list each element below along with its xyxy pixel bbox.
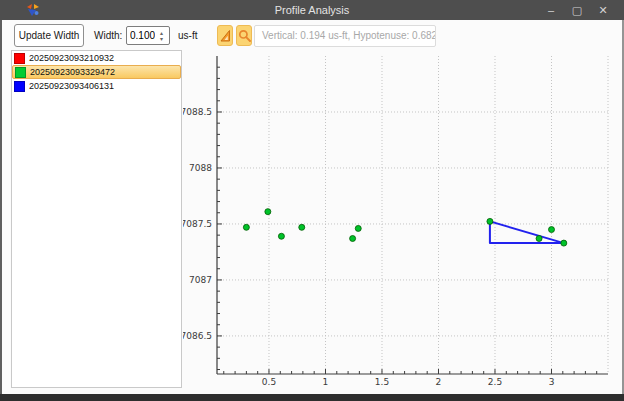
svg-text:7086.5: 7086.5 <box>183 331 212 341</box>
measure-tool-button[interactable] <box>217 25 233 46</box>
width-input[interactable] <box>127 27 155 44</box>
window-title: Profile Analysis <box>0 4 624 16</box>
series-color-swatch <box>14 81 25 92</box>
svg-text:2: 2 <box>436 377 442 387</box>
window-controls: – ▢ ✕ <box>538 0 616 20</box>
chart-area: 0.511.522.537086.570877087.570887088.5 <box>183 50 621 390</box>
svg-text:1.5: 1.5 <box>375 377 389 387</box>
window-frame-left <box>0 20 2 394</box>
profile-label: 20250923093406131 <box>29 81 114 91</box>
minimize-button[interactable]: – <box>538 0 564 20</box>
svg-text:0.5: 0.5 <box>262 377 276 387</box>
zoom-tool-button[interactable] <box>236 25 252 46</box>
spinner-arrows: ▴ ▾ <box>155 27 168 44</box>
update-width-button[interactable]: Update Width <box>14 24 84 47</box>
magnifier-icon <box>238 29 251 42</box>
profile-list-item[interactable]: 20250923093329472 <box>12 65 181 79</box>
profile-list-item[interactable]: 20250923093406131 <box>12 79 181 93</box>
profile-list-item[interactable]: 20250923093210932 <box>12 51 181 65</box>
triangle-ruler-icon <box>219 29 231 42</box>
svg-text:7088: 7088 <box>189 163 212 173</box>
spinner-down-icon[interactable]: ▾ <box>160 36 163 42</box>
svg-text:7088.5: 7088.5 <box>183 107 212 117</box>
window-frame-bottom <box>0 394 624 401</box>
toolbar: Update Width Width: ▴ ▾ us-ft Vertical: … <box>2 20 622 52</box>
measurement-readout: Vertical: 0.194 us-ft, Hypotenuse: 0.682… <box>254 25 436 47</box>
profile-list[interactable]: 20250923093210932 20250923093329472 2025… <box>11 50 182 388</box>
svg-text:2.5: 2.5 <box>488 377 502 387</box>
svg-text:7087: 7087 <box>189 275 212 285</box>
app-window: Profile Analysis – ▢ ✕ Update Width Widt… <box>0 0 624 401</box>
maximize-button[interactable]: ▢ <box>564 0 590 20</box>
svg-text:1: 1 <box>323 377 329 387</box>
width-unit-label: us-ft <box>178 30 197 41</box>
width-spinbox[interactable]: ▴ ▾ <box>126 26 170 45</box>
svg-text:7087.5: 7087.5 <box>183 219 212 229</box>
title-bar: Profile Analysis – ▢ ✕ <box>0 0 624 20</box>
profile-label: 20250923093329472 <box>30 67 115 77</box>
series-color-swatch <box>15 67 26 78</box>
svg-text:3: 3 <box>549 377 555 387</box>
chart-canvas[interactable]: 0.511.522.537086.570877087.570887088.5 <box>183 50 621 390</box>
series-color-swatch <box>14 53 25 64</box>
width-label: Width: <box>94 30 122 41</box>
close-button[interactable]: ✕ <box>590 0 616 20</box>
profile-label: 20250923093210932 <box>29 53 114 63</box>
app-icon[interactable] <box>26 3 40 17</box>
